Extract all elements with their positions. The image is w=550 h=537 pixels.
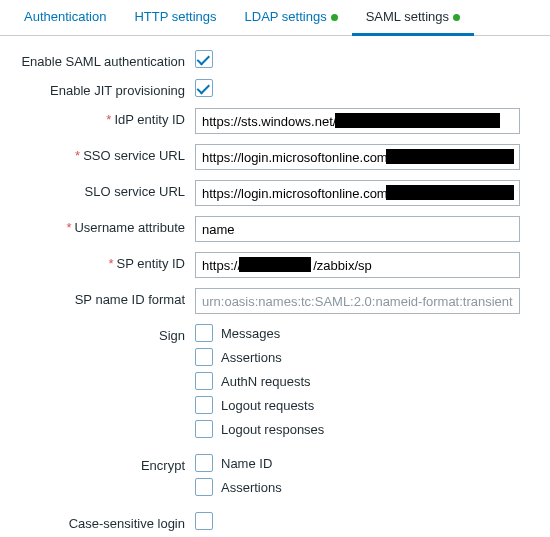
idp-entity-label: *IdP entity ID (10, 108, 195, 127)
sign-logout-req-label: Logout requests (221, 398, 314, 413)
sp-nameid-label: SP name ID format (10, 288, 195, 307)
slo-url-label: SLO service URL (10, 180, 195, 199)
case-sensitive-label: Case-sensitive login (10, 512, 195, 531)
enable-jit-checkbox[interactable] (195, 79, 213, 97)
sign-messages-checkbox[interactable] (195, 324, 213, 342)
tab-http-settings[interactable]: HTTP settings (120, 0, 230, 35)
tab-authentication[interactable]: Authentication (10, 0, 120, 35)
tab-saml-settings[interactable]: SAML settings (352, 0, 474, 36)
redacted-block (386, 185, 514, 200)
status-dot-icon (453, 14, 460, 21)
saml-form: Enable SAML authentication Enable JIT pr… (0, 36, 550, 537)
sp-nameid-input[interactable] (195, 288, 520, 314)
redacted-block (386, 149, 514, 164)
redacted-block (335, 113, 500, 128)
encrypt-nameid-label: Name ID (221, 456, 272, 471)
sign-label: Sign (10, 324, 195, 343)
sso-url-label: *SSO service URL (10, 144, 195, 163)
sign-authn-checkbox[interactable] (195, 372, 213, 390)
encrypt-nameid-checkbox[interactable] (195, 454, 213, 472)
status-dot-icon (331, 14, 338, 21)
username-attr-input[interactable] (195, 216, 520, 242)
encrypt-assertions-checkbox[interactable] (195, 478, 213, 496)
tab-ldap-settings[interactable]: LDAP settings (231, 0, 352, 35)
sign-authn-label: AuthN requests (221, 374, 311, 389)
enable-jit-label: Enable JIT provisioning (10, 79, 195, 98)
tabs: Authentication HTTP settings LDAP settin… (0, 0, 550, 36)
sign-assertions-label: Assertions (221, 350, 282, 365)
redacted-block (239, 257, 311, 272)
username-attr-label: *Username attribute (10, 216, 195, 235)
sign-logout-req-checkbox[interactable] (195, 396, 213, 414)
tab-saml-label: SAML settings (366, 9, 449, 24)
encrypt-label: Encrypt (10, 454, 195, 473)
sp-entity-label: *SP entity ID (10, 252, 195, 271)
sign-logout-resp-label: Logout responses (221, 422, 324, 437)
tab-ldap-label: LDAP settings (245, 9, 327, 24)
case-sensitive-checkbox[interactable] (195, 512, 213, 530)
enable-saml-checkbox[interactable] (195, 50, 213, 68)
encrypt-assertions-label: Assertions (221, 480, 282, 495)
sign-messages-label: Messages (221, 326, 280, 341)
sign-logout-resp-checkbox[interactable] (195, 420, 213, 438)
sign-assertions-checkbox[interactable] (195, 348, 213, 366)
enable-saml-label: Enable SAML authentication (10, 50, 195, 69)
